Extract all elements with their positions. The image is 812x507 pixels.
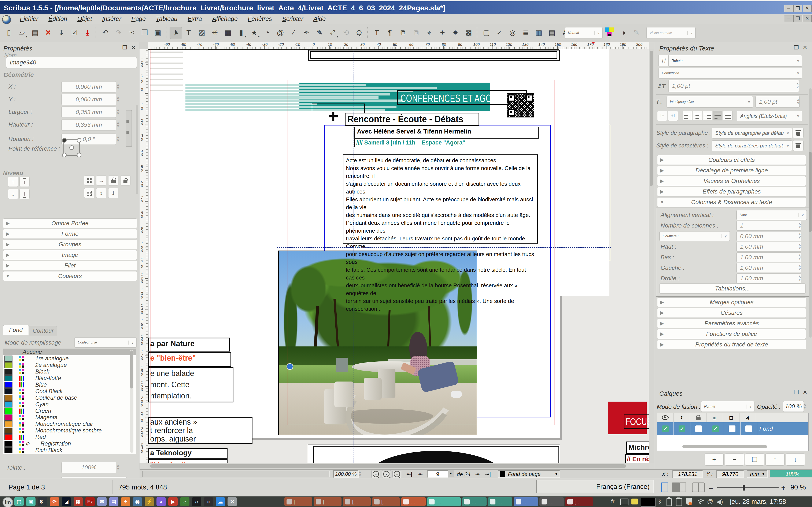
keyboard-layout-indicator[interactable]: fr <box>611 498 614 505</box>
fragment-frame-4[interactable]: aux anciens »t renforcer laorps, aiguise… <box>148 417 252 444</box>
send-to-layer-icon[interactable]: ↧ <box>108 188 118 198</box>
toolbar-toggle-focus[interactable]: ◎ <box>507 26 518 39</box>
vertical-ruler[interactable]: - 2 0 - 1 0 0 1 0 2 0 3 0 4 0 5 0 6 0 7 … <box>140 49 148 463</box>
zoom-slider-minus[interactable]: − <box>709 484 713 493</box>
spinner[interactable]: ∧∨ <box>799 273 801 283</box>
win-orange-1[interactable]: [… <box>285 497 312 506</box>
close-panel-icon[interactable]: ✕ <box>131 44 136 51</box>
geometry-input-3[interactable]: 0,353 mm <box>61 119 116 130</box>
menu-item-Fichier[interactable]: Fichier <box>15 14 43 22</box>
win-red[interactable]: [… <box>565 497 593 506</box>
michron-frame[interactable]: Michron <box>626 442 649 454</box>
color-row-Cyan[interactable]: Cyan <box>3 401 136 408</box>
section-Césures[interactable]: ▶Césures <box>657 308 806 318</box>
spinner[interactable]: ∧∨ <box>117 81 119 92</box>
color-row-Blue[interactable]: Blue <box>3 382 136 388</box>
document-language[interactable]: Français (France) <box>536 480 654 493</box>
toolbar-insert-render-frame[interactable]: ✳ <box>209 26 221 39</box>
win-orange-4[interactable]: [… <box>372 497 400 506</box>
win-doc[interactable]: … <box>514 497 538 506</box>
opacity-input[interactable]: 100 % <box>783 401 804 412</box>
section-Colonnes & Distances au texte[interactable]: ▼Colonnes & Distances au texte <box>657 197 806 207</box>
tint-spinner[interactable]: ∧∨ <box>117 462 119 472</box>
toolbar-edit-contents[interactable]: T <box>371 26 383 39</box>
image-quality-dropdown[interactable]: Normal∨ <box>565 27 603 39</box>
color-row-Aucune[interactable]: Aucune <box>3 349 136 355</box>
toolbar-rotate-item[interactable]: ⟲ <box>340 26 352 39</box>
spinner[interactable]: ∧∨ <box>799 252 801 262</box>
col-input-5[interactable]: 1,00 mm <box>736 263 801 273</box>
toolbar-toggle-frames[interactable]: ▢ <box>480 26 492 39</box>
launcher-xapps[interactable]: ✕ <box>227 497 237 506</box>
menu-item-Tableau[interactable]: Tableau <box>151 14 183 22</box>
lower-to-bottom-icon[interactable]: ↓ <box>19 189 30 199</box>
remove-layer-button[interactable]: − <box>725 453 744 466</box>
section-Couleurs et effets[interactable]: ▶Couleurs et effets <box>657 155 806 165</box>
page10-frame[interactable] <box>313 446 559 463</box>
layer-visible-icon[interactable] <box>657 413 673 422</box>
h-scroll-thumb[interactable] <box>150 464 626 468</box>
launcher-boxes[interactable]: ⌂ <box>180 497 190 506</box>
toolbar-measurements[interactable]: ⌖ <box>423 26 435 39</box>
fragment-frame-2[interactable]: e "bien-être" <box>148 352 231 367</box>
horizontal-ruler[interactable]: -90 -80 -70 -60 -50 -40 -30 -20 -10 0 10… <box>148 42 649 49</box>
align-justify-icon[interactable] <box>713 111 722 120</box>
toolbar-insert-calligraphic-line[interactable]: ✐▾ <box>327 26 339 39</box>
toolbar-insert-table[interactable]: ▦ <box>222 26 234 39</box>
toolbar-cut[interactable]: ✂ <box>125 26 138 39</box>
toolbar-insert-text-frame[interactable]: T <box>183 26 195 39</box>
lock-size-icon[interactable] <box>120 175 131 185</box>
launcher-cloud[interactable]: ☁ <box>216 497 225 506</box>
col-input-1[interactable]: 1 <box>736 221 801 231</box>
close-button[interactable]: ✕ <box>803 5 812 12</box>
toolbar-insert-bezier[interactable]: ✒ <box>301 26 312 39</box>
lower-layer-button[interactable]: ↓ <box>786 453 805 466</box>
toolbar-close-document[interactable]: ✕ <box>42 26 54 39</box>
fragment-frame-1[interactable]: a par Nature <box>148 338 230 351</box>
toolbar-insert-shape[interactable]: ▮▾ <box>235 26 247 39</box>
toolbar-insert-freehand[interactable]: ✎ <box>314 26 326 39</box>
launcher-notes[interactable]: ▤ <box>109 497 118 506</box>
mdi-restore-icon[interactable]: ❐ <box>794 15 802 22</box>
mdi-minimize-icon[interactable]: – <box>784 15 793 22</box>
col-input-2[interactable]: 0,00 mm <box>736 231 801 241</box>
toolbar-toggle-baseline[interactable]: ▤ <box>546 26 558 39</box>
menu-item-Extra[interactable]: Extra <box>183 14 207 22</box>
fragment-frame-5[interactable]: a Teknology <box>148 448 227 459</box>
section-Veuves et Orphelines[interactable]: ▶Veuves et Orphelines <box>657 176 806 186</box>
zoom-100-icon[interactable]: • <box>382 470 391 478</box>
dock-scrollbar[interactable] <box>136 105 138 194</box>
geometry-input-0[interactable]: 0,000 mm <box>61 81 116 93</box>
launcher-files[interactable]: ▢ <box>14 497 24 506</box>
color-row-Black[interactable]: Black <box>3 369 136 375</box>
color-row-Couleur de base[interactable]: Couleur de base <box>3 395 136 401</box>
lock-item-icon[interactable] <box>108 175 118 185</box>
toolbar-zoom-tool[interactable]: Q <box>353 26 365 39</box>
font-style-dropdown[interactable]: Condensed∨ <box>658 68 802 78</box>
zoom-value[interactable]: 100,00 % <box>333 470 359 478</box>
float-panel-icon[interactable]: ❐ <box>794 44 799 51</box>
add-layer-button[interactable]: + <box>705 453 724 466</box>
win-orange-3[interactable]: [… <box>343 497 371 506</box>
color-management-icon[interactable] <box>605 27 615 38</box>
focus-frame[interactable]: FOCUS <box>624 414 649 429</box>
color-row-Red[interactable]: Red <box>3 434 136 441</box>
section-Effets de paragraphes[interactable]: ▶Effets de paragraphes <box>657 187 806 196</box>
layer-outline-icon[interactable]: ◻ <box>723 413 740 422</box>
minimize-button[interactable]: – <box>784 5 793 12</box>
launcher-image-viewer[interactable]: ◢ <box>62 497 71 506</box>
toolbar-toggle-columns[interactable]: ▥ <box>533 26 545 39</box>
layer-check-4[interactable] <box>724 422 741 435</box>
toolbar-redo[interactable]: ↷ <box>112 26 124 39</box>
toolbar-unlink-text-frames[interactable]: ⧉ <box>410 26 422 39</box>
tint-input[interactable]: 100% <box>61 462 116 473</box>
insert-glyph-right-icon[interactable]: +I <box>668 111 678 121</box>
section-Marges optiques[interactable]: ▶Marges optiques <box>657 297 806 307</box>
color-row-Green[interactable]: Green <box>3 408 136 414</box>
align-center-icon[interactable] <box>693 111 702 120</box>
line-spacing-mode-dropdown[interactable]: Interlignage fixe∨ <box>666 96 753 108</box>
col-combo-0[interactable]: Haut∨ <box>736 210 807 220</box>
zoom-in-icon[interactable]: + <box>393 470 401 478</box>
toolbar-copy[interactable]: ❐ <box>139 26 151 39</box>
spinner[interactable]: ∧∨ <box>117 119 119 130</box>
